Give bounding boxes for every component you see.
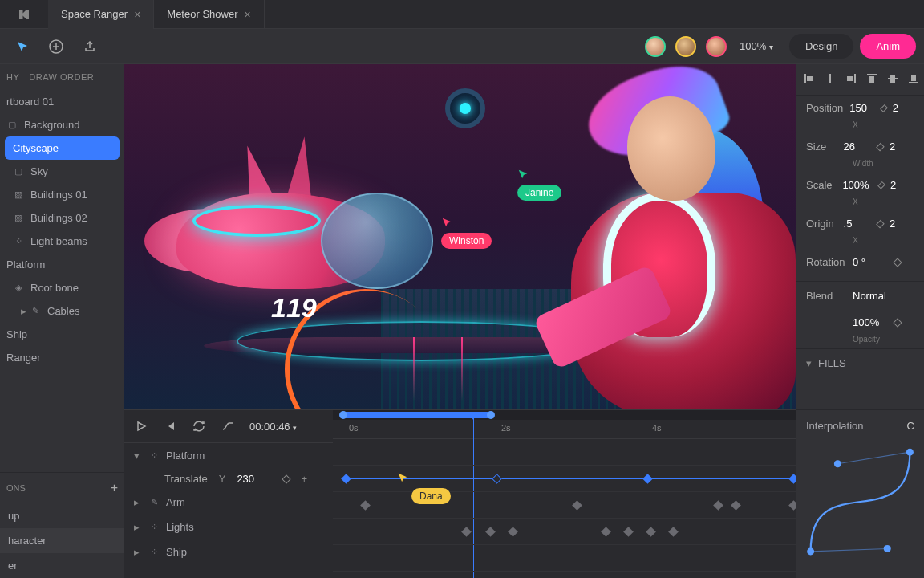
align-left-icon[interactable] — [803, 72, 816, 87]
keyframe[interactable] — [360, 500, 371, 511]
collab-cursor-icon — [397, 472, 408, 483]
size-w-input[interactable]: 26 — [844, 140, 869, 153]
tree-item-cityscape[interactable]: Cityscape — [5, 136, 120, 160]
keyframe[interactable] — [485, 527, 496, 537]
add-key-icon[interactable]: + — [301, 473, 307, 485]
ship-number: 119 — [271, 292, 317, 324]
add-action-icon[interactable]: + — [111, 481, 118, 495]
rect-icon: ▢ — [13, 166, 24, 177]
add-icon[interactable] — [47, 37, 66, 56]
action-item[interactable]: er — [0, 553, 124, 578]
keyframe[interactable] — [646, 527, 656, 537]
tree-item-ship[interactable]: Ship — [0, 323, 124, 346]
avatar[interactable] — [645, 36, 666, 57]
export-icon[interactable] — [80, 37, 99, 56]
align-top-icon[interactable] — [865, 72, 878, 87]
draw-order-tab[interactable]: DRAW ORDER — [29, 72, 94, 82]
timeline-row[interactable] — [333, 545, 796, 572]
interpolation-panel: InterpolationC — [796, 409, 924, 578]
keyframe-icon[interactable] — [877, 219, 885, 227]
action-item[interactable]: up — [0, 503, 124, 528]
svg-rect-10 — [890, 75, 895, 83]
keyframe[interactable] — [668, 527, 679, 537]
opacity-input[interactable]: 100% — [853, 316, 885, 328]
animate-mode-button[interactable]: Anim — [860, 34, 916, 59]
app-logo[interactable] — [0, 7, 48, 22]
keyframe-icon[interactable] — [893, 318, 902, 327]
keyframe-icon[interactable] — [893, 258, 902, 267]
tree-item-rootbone[interactable]: ◈Root bone — [0, 276, 124, 299]
zoom-level[interactable]: 100% ▾ — [740, 40, 773, 52]
timeline-track-lights[interactable]: ▸⁘Lights — [124, 515, 333, 539]
collab-cursor-winston: Winston — [441, 217, 492, 249]
close-icon[interactable]: × — [244, 8, 250, 21]
blend-mode-select[interactable]: Normal — [853, 290, 885, 302]
timeline-track-platform[interactable]: ▾⁘Platform — [124, 443, 333, 468]
art-drone — [445, 88, 485, 128]
canvas[interactable]: 119 Janine Winston — [124, 64, 796, 409]
align-right-icon[interactable] — [845, 72, 857, 87]
align-bottom-icon[interactable] — [907, 72, 920, 87]
avatar[interactable] — [675, 36, 696, 57]
close-icon[interactable]: × — [134, 8, 140, 21]
avatar[interactable] — [706, 36, 727, 57]
cursor-tool-icon[interactable] — [13, 37, 32, 56]
tree-item-buildings01[interactable]: ▨Buildings 01 — [0, 183, 124, 206]
keyframe[interactable] — [508, 527, 518, 537]
play-icon[interactable] — [134, 419, 148, 434]
actions-header-label: ONS — [6, 483, 26, 493]
keyframe[interactable] — [492, 474, 502, 484]
keyframe[interactable] — [713, 500, 723, 511]
tree-item-sky[interactable]: ▢Sky — [0, 160, 124, 183]
design-mode-button[interactable]: Design — [789, 34, 853, 59]
translate-value[interactable]: 230 — [237, 473, 269, 485]
rotation-input[interactable]: 0 ° — [853, 256, 885, 268]
timeline-ruler[interactable]: 0s 2s 4s 6s — [333, 420, 796, 439]
keyframe[interactable] — [642, 474, 653, 484]
tree-item-cables[interactable]: ▸✎Cables — [0, 299, 124, 323]
fills-section-label[interactable]: FILLS — [818, 357, 846, 369]
timeline-row[interactable] — [333, 519, 796, 545]
timeline-graph[interactable]: 0s 2s 4s 6s Dana — [333, 410, 796, 578]
curve-icon[interactable] — [221, 419, 235, 434]
keyframe[interactable] — [341, 474, 351, 484]
keyframe-icon[interactable] — [877, 181, 886, 189]
tree-item-background[interactable]: ▢Background — [0, 113, 124, 136]
timeline-track-ship[interactable]: ▸⁘Ship — [124, 539, 333, 564]
tree-item-ranger[interactable]: Ranger — [0, 346, 124, 369]
loop-icon[interactable] — [192, 419, 206, 434]
timeline-time[interactable]: 00:00:46 ▾ — [249, 421, 297, 433]
skip-start-icon[interactable] — [163, 419, 177, 434]
keyframe[interactable] — [731, 500, 741, 511]
scale-x-input[interactable]: 100% — [842, 179, 869, 191]
align-center-h-icon[interactable] — [824, 72, 837, 87]
action-item[interactable]: haracter — [0, 528, 124, 553]
timeline-row[interactable] — [333, 439, 796, 466]
tree-item-lightbeams[interactable]: ⁘Light beams — [0, 230, 124, 253]
align-center-v-icon[interactable] — [886, 72, 899, 87]
tree-item-artboard[interactable]: rtboard 01 — [0, 90, 124, 113]
origin-x-input[interactable]: .5 — [844, 218, 869, 230]
timeline-row[interactable] — [333, 492, 796, 519]
timeline-translate-row[interactable]: Translate Y 230 + — [124, 468, 333, 490]
tree-item-platform[interactable]: Platform — [0, 253, 124, 276]
tree-item-buildings02[interactable]: ▨Buildings 02 — [0, 206, 124, 230]
hierarchy-tab[interactable]: HY — [6, 72, 19, 82]
keyframe[interactable] — [623, 527, 634, 537]
keyframe[interactable] — [572, 500, 582, 511]
timeline-track-arm[interactable]: ▸✎Arm — [124, 490, 333, 515]
tab-meteor-shower[interactable]: Meteor Shower × — [154, 0, 264, 29]
interpolation-curve[interactable] — [806, 442, 914, 562]
position-x-input[interactable]: 150 — [849, 102, 871, 114]
keyframe-toggle-icon[interactable] — [282, 474, 291, 483]
timeline-row[interactable]: Dana — [333, 466, 796, 492]
keyframe-icon[interactable] — [880, 104, 888, 112]
keyframe[interactable] — [601, 527, 611, 537]
tab-space-ranger[interactable]: Space Ranger × — [48, 0, 154, 29]
align-tools — [796, 64, 924, 96]
chevron-down-icon[interactable]: ▾ — [806, 357, 812, 369]
keyframe[interactable] — [461, 527, 472, 537]
svg-rect-6 — [847, 76, 853, 81]
keyframe-icon[interactable] — [877, 142, 885, 150]
group-icon: ⁘ — [13, 236, 24, 247]
